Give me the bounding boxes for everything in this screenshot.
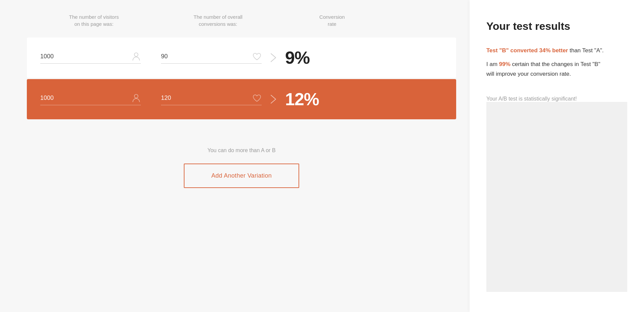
person-icon-a	[131, 52, 141, 61]
visitors-input-row-b: 1000	[40, 93, 141, 105]
highlight-converted: Test "B" converted 34% better	[486, 47, 568, 54]
visitors-input-group-a: 1000	[40, 52, 141, 64]
page-wrapper: The number of visitors on this page was:…	[0, 0, 644, 312]
cta-subtitle: You can do more than A or B	[207, 147, 275, 153]
arrow-icon-a	[268, 53, 278, 63]
row-a-card: 1000 90	[27, 38, 456, 78]
add-variation-button[interactable]: Add Another Variation	[184, 164, 299, 188]
results-paragraph-1: Test "B" converted 34% better than Test …	[486, 46, 627, 56]
rate-column-header: Conversion rate	[312, 13, 352, 27]
certainty-prefix: I am	[486, 61, 499, 67]
arrow-group-a: 9%	[268, 48, 310, 68]
rate-value-a: 9%	[285, 48, 310, 68]
heart-icon-a	[252, 52, 262, 61]
bottom-gradient-area	[486, 102, 627, 292]
arrow-group-b: 12%	[268, 89, 319, 109]
results-after-highlight: than Test "A".	[568, 47, 604, 54]
rate-value-b: 12%	[285, 89, 319, 109]
main-area: The number of visitors on this page was:…	[0, 0, 470, 312]
svg-point-0	[135, 53, 138, 56]
results-paragraph-2: I am 99% certain that the changes in Tes…	[486, 60, 627, 79]
heart-icon-b	[252, 93, 262, 103]
conversions-input-group-a: 90	[161, 52, 262, 64]
conversions-input-row-b: 120	[161, 93, 262, 105]
certainty-value: 99%	[499, 61, 511, 67]
results-title: Your test results	[486, 20, 627, 33]
conversions-value-a[interactable]: 90	[161, 53, 252, 60]
conversions-input-row-a: 90	[161, 52, 262, 64]
conversions-input-group-b: 120	[161, 93, 262, 105]
conversions-value-b[interactable]: 120	[161, 95, 252, 102]
visitors-value-b[interactable]: 1000	[40, 95, 131, 102]
cta-section: You can do more than A or B Add Another …	[27, 147, 456, 188]
visitors-value-a[interactable]: 1000	[40, 53, 131, 60]
visitors-input-row-a: 1000	[40, 52, 141, 64]
person-icon-b	[131, 93, 141, 103]
visitors-input-group-b: 1000	[40, 93, 141, 105]
visitors-column-header: The number of visitors on this page was:	[40, 13, 148, 27]
conversions-column-header: The number of overall conversions was:	[164, 13, 272, 27]
column-headers: The number of visitors on this page was:…	[27, 13, 470, 34]
results-body: Test "B" converted 34% better than Test …	[486, 46, 627, 79]
results-panel: Your test results Test "B" converted 34%…	[470, 0, 644, 312]
svg-point-1	[135, 94, 138, 98]
results-significant: Your A/B test is statistically significa…	[486, 96, 627, 102]
arrow-icon-b	[268, 94, 278, 104]
row-b-card: 1000 120	[27, 79, 456, 119]
